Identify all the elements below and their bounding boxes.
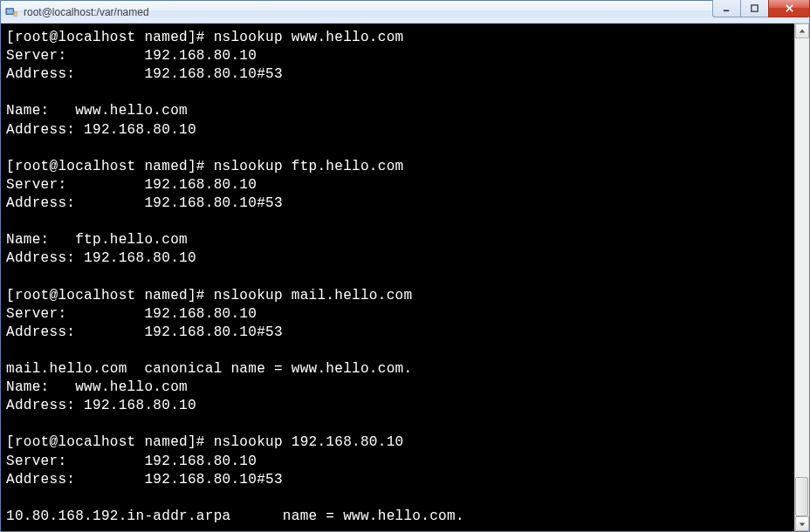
maximize-button[interactable] xyxy=(740,0,768,17)
terminal-area: [root@localhost named]# nslookup www.hel… xyxy=(1,24,809,531)
putty-icon xyxy=(4,5,18,19)
svg-rect-4 xyxy=(724,10,729,11)
svg-rect-2 xyxy=(14,11,17,16)
svg-rect-5 xyxy=(752,5,758,11)
app-window: root@localhost:/var/named [root@localhos… xyxy=(0,0,810,532)
window-title: root@localhost:/var/named xyxy=(24,6,806,18)
scroll-down-button[interactable] xyxy=(795,516,809,531)
minimize-button[interactable] xyxy=(712,0,740,17)
titlebar[interactable]: root@localhost:/var/named xyxy=(1,1,809,24)
terminal-output[interactable]: [root@localhost named]# nslookup www.hel… xyxy=(1,24,794,531)
scroll-up-button[interactable] xyxy=(795,24,809,38)
scroll-thumb[interactable] xyxy=(795,477,808,516)
close-button[interactable] xyxy=(768,0,810,17)
vertical-scrollbar[interactable] xyxy=(794,24,809,531)
window-controls xyxy=(712,0,810,17)
svg-rect-1 xyxy=(7,9,13,13)
scroll-track[interactable] xyxy=(795,38,809,516)
